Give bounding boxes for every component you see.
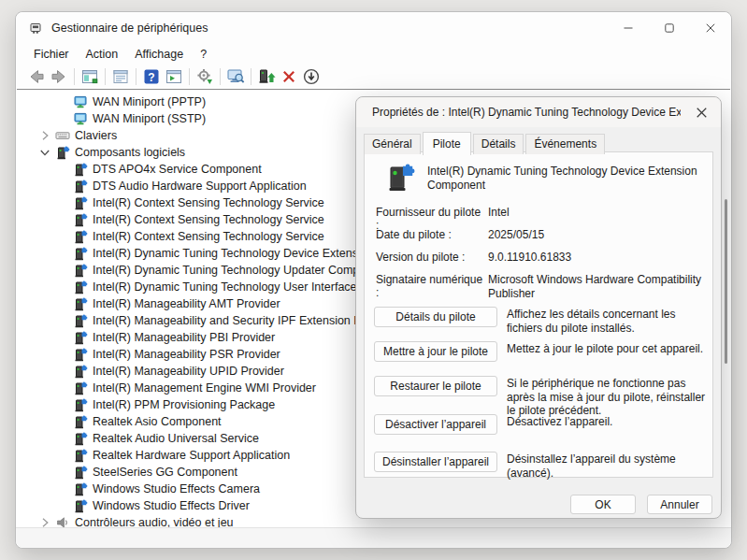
update-driver-button[interactable] [255,66,278,87]
uninstall-device-button[interactable] [278,66,300,87]
console-tree-icon [80,67,99,86]
chevron-spacer [55,94,70,109]
chevron-spacer [55,162,70,177]
help-button[interactable]: ? [140,66,163,87]
tree-item-label: Realtek Audio Universal Service [93,430,259,447]
chevron-right-icon[interactable] [37,128,52,143]
export-list-button[interactable] [194,66,216,87]
disable-device-button[interactable]: Désactiver l’appareil [374,414,497,435]
network-adapter-icon [73,94,88,109]
field-value: 9.0.11910.61833 [488,251,711,265]
tab-pilote[interactable]: Pilote [423,132,471,155]
chevron-spacer [55,330,70,345]
chevron-spacer [55,381,70,395]
close-button[interactable] [690,12,731,44]
maximize-icon [664,22,675,34]
chevron-down-icon[interactable] [37,145,52,160]
tree-item-label: Intel(R) Manageability PBI Provider [93,329,275,346]
tree-item-label: Intel(R) Manageability and Security IPF … [93,312,397,329]
rollback-driver-button[interactable]: Restaurer le pilote [374,376,497,396]
software-component-icon [73,313,88,328]
chevron-spacer [55,431,70,446]
action-description: Affichez les détails concernant les fich… [507,308,712,335]
action-pane-icon [165,67,183,86]
field-label: Signataire numérique : [376,273,486,299]
action-pane-button[interactable] [163,66,185,87]
chevron-spacer [55,498,70,513]
menu-bar: FichierActionAffichage? [16,44,731,65]
action-description: Si le périphérique ne fonctionne pas apr… [507,377,712,418]
chevron-spacer [55,229,70,244]
tree-item-label: Intel(R) Manageability PSR Provider [93,346,280,363]
toolbar-separator [220,68,221,85]
scan-hardware-changes-icon [226,67,245,86]
menu-item-affichage[interactable]: Affichage [126,45,192,65]
tree-item-label: Intel(R) Manageability AMT Provider [93,295,280,312]
software-component-icon [73,397,88,412]
chevron-spacer [55,481,70,496]
maximize-button[interactable] [649,12,690,44]
dialog-close-button[interactable] [682,97,721,127]
menu-item-aide[interactable]: ? [192,45,215,65]
tab-evenements[interactable]: Événements [525,134,605,154]
properties-button[interactable] [109,66,132,87]
update-driver-icon [257,67,276,86]
forward-icon [50,67,68,86]
uninstall-device-button[interactable]: Désinstaller l’appareil [374,452,497,472]
help-icon: ? [142,67,161,86]
cancel-button[interactable]: Annuler [647,495,712,514]
software-component-icon [73,246,88,261]
tree-item-label: Windows Studio Effects Driver [93,497,250,514]
tree-scrollbar-thumb[interactable] [725,199,727,364]
driver-details-button[interactable]: Détails du pilote [374,307,497,327]
dialog-tabs: GénéralPiloteDétailsÉvénements [364,131,607,154]
tab-general[interactable]: Général [364,134,421,154]
software-component-icon [73,465,88,480]
field-value: Intel [488,206,711,220]
window-title: Gestionnaire de périphériques [51,22,208,35]
chevron-right-icon[interactable] [37,515,52,527]
tree-item-label: DTS Audio Hardware Support Application [93,178,307,194]
properties-icon [111,67,130,86]
back-button[interactable] [25,66,48,87]
toolbar-separator [74,68,75,85]
software-component-icon [73,381,88,395]
dialog-title: Propriétés de : Intel(R) Dynamic Tuning … [372,106,681,119]
chevron-spacer [55,179,70,194]
chevron-spacer [55,212,70,227]
software-component-icon [73,448,88,463]
tree-item-label: Realtek Asio Component [93,413,222,430]
tree-item-label: Windows Studio Effects Camera [93,481,260,497]
software-component-icon [385,163,415,193]
forward-button[interactable] [48,66,70,87]
software-component-icon [73,481,88,496]
chevron-spacer [55,296,70,311]
menu-item-action[interactable]: Action [78,45,127,65]
ok-button[interactable]: OK [570,495,636,514]
tab-details[interactable]: Détails [473,134,524,154]
audio-icon [55,515,70,527]
minimize-button[interactable] [608,12,649,44]
software-component-icon [73,498,88,513]
tree-item-label: Intel(R) Context Sensing Technology Serv… [93,211,324,228]
console-tree-button[interactable] [79,66,101,87]
scan-hardware-changes-button[interactable] [224,66,247,87]
chevron-spacer [55,448,70,463]
menu-item-fichier[interactable]: Fichier [25,45,78,65]
chevron-spacer [55,364,70,379]
tree-item-label: Intel(R) Context Sensing Technology Serv… [93,194,324,211]
tree-item-label: Intel(R) Manageability UPID Provider [93,363,284,380]
svg-text:?: ? [148,71,154,84]
tree-item-label: Intel(R) PPM Provisioning Package [93,396,275,413]
field-value: 2025/05/15 [488,228,711,242]
tree-item-label: SteelSeries GG Component [93,464,237,481]
uninstall-device-icon [280,67,298,86]
status-bar [16,527,731,548]
update-driver-button[interactable]: Mettre à jour le pilote [374,341,497,362]
chevron-spacer [55,263,70,278]
tree-item-label: Intel(R) Dynamic Tuning Technology Updat… [93,262,389,279]
disable-device-button[interactable] [300,66,323,87]
close-icon [696,107,708,119]
software-component-icon [73,296,88,311]
device-header: Intel(R) Dynamic Tuning Technology Devic… [385,163,717,193]
